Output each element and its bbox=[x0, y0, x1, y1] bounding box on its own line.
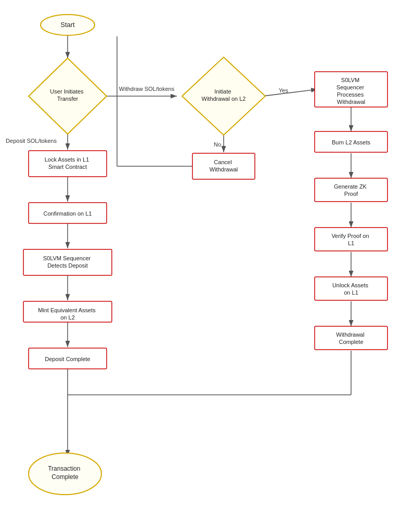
no-label: No bbox=[214, 141, 221, 148]
svg-line-13 bbox=[263, 89, 317, 96]
deposit-complete-label: Deposit Complete bbox=[45, 356, 90, 362]
generate-zk-rect bbox=[315, 178, 387, 202]
start-label: Start bbox=[60, 21, 75, 29]
yes-label: Yes bbox=[279, 87, 288, 94]
deposit-sol-label: Deposit SOL/tokens bbox=[6, 138, 57, 144]
verify-proof-rect bbox=[315, 228, 387, 251]
withdrawal-complete-rect bbox=[315, 326, 387, 350]
confirmation-l1-label: Confirmation on L1 bbox=[44, 210, 92, 217]
burn-l2-label: Burn L2 Assets bbox=[332, 139, 370, 145]
withdraw-sol-label: Withdraw SOL/tokens bbox=[119, 86, 175, 92]
unlock-assets-rect bbox=[315, 277, 387, 300]
